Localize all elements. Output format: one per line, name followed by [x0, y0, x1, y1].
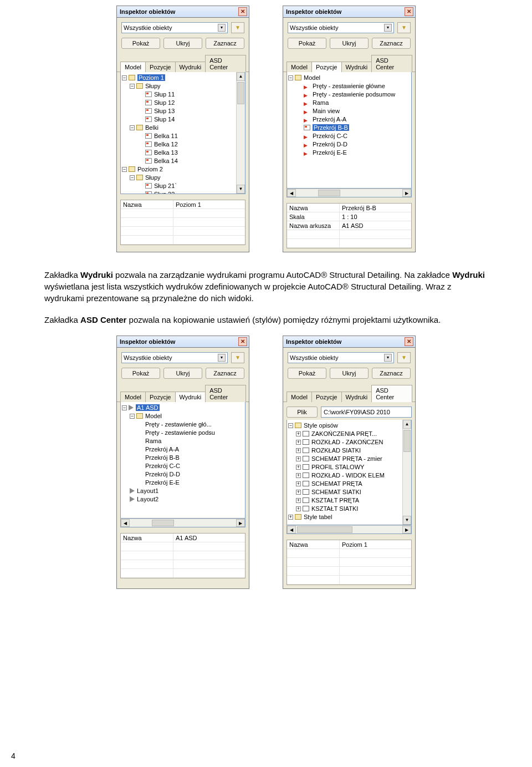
- select-button[interactable]: Zaznacz: [206, 38, 244, 49]
- tab-pozycje[interactable]: Pozycje: [311, 392, 342, 402]
- close-icon[interactable]: ✕: [238, 7, 247, 16]
- tree-node[interactable]: −Model: [288, 74, 410, 82]
- property-row[interactable]: [121, 569, 245, 578]
- tree-node[interactable]: Layout2: [122, 495, 244, 504]
- hide-button[interactable]: Ukryj: [163, 38, 202, 49]
- tree-node[interactable]: +ZAKOŃCZENIA PRĘT...: [288, 430, 410, 438]
- hide-button[interactable]: Ukryj: [163, 368, 202, 379]
- property-row[interactable]: [121, 542, 245, 551]
- scroll-thumb[interactable]: [403, 430, 411, 452]
- tree-node[interactable]: −A1 ASD: [122, 404, 244, 412]
- property-row[interactable]: [287, 239, 411, 248]
- property-row[interactable]: NazwaA1 ASD: [121, 534, 245, 542]
- tree-node[interactable]: Przekrój C-C: [288, 132, 410, 140]
- tree-node[interactable]: Słup 12: [122, 99, 244, 107]
- close-icon[interactable]: ✕: [405, 7, 413, 16]
- tree-view[interactable]: −ModelPręty - zestawienie głównePręty - …: [287, 72, 412, 189]
- tree-node[interactable]: +KSZTAŁT PRĘTA: [288, 496, 410, 505]
- property-row[interactable]: [287, 576, 411, 585]
- scrollbar-vertical[interactable]: ▲ ▼: [402, 420, 411, 525]
- scroll-left-icon[interactable]: ◀: [287, 189, 296, 197]
- filter-combo[interactable]: Wszystkie obiekty ▾: [288, 22, 394, 33]
- scroll-down-icon[interactable]: ▼: [403, 516, 411, 525]
- tree-node[interactable]: Przekrój B-B: [122, 454, 244, 462]
- tree-node[interactable]: Słup 21`: [122, 182, 244, 190]
- tree-node[interactable]: Main view: [288, 107, 410, 115]
- select-button[interactable]: Zaznacz: [372, 368, 411, 379]
- scroll-thumb[interactable]: [297, 526, 352, 533]
- tree-node[interactable]: Pręty - zestawienie podsu: [122, 429, 244, 437]
- scroll-up-icon[interactable]: ▲: [403, 420, 411, 429]
- tab-asd[interactable]: ASD Center: [205, 385, 246, 402]
- close-icon[interactable]: ✕: [405, 337, 413, 346]
- tab-asd[interactable]: ASD Center: [371, 55, 412, 72]
- tree-node[interactable]: Przekrój A-A: [288, 115, 410, 124]
- scroll-left-icon[interactable]: ◀: [287, 526, 296, 534]
- property-row[interactable]: Skala1 : 10: [287, 212, 411, 221]
- expand-toggle-icon[interactable]: +: [296, 465, 301, 470]
- expand-toggle-icon[interactable]: −: [288, 75, 293, 80]
- properties-grid[interactable]: NazwaPoziom 1: [287, 540, 412, 585]
- expand-toggle-icon[interactable]: +: [296, 506, 301, 511]
- property-row[interactable]: [121, 236, 245, 245]
- expand-toggle-icon[interactable]: −: [130, 84, 135, 89]
- tree-node[interactable]: Przekrój D-D: [122, 470, 244, 479]
- tree-node[interactable]: Słup 13: [122, 107, 244, 115]
- tab-wydruki[interactable]: Wydruki: [341, 392, 372, 402]
- tree-node[interactable]: +Style tabel: [288, 513, 410, 521]
- file-button[interactable]: Plik: [287, 407, 318, 418]
- expand-toggle-icon[interactable]: −: [122, 167, 127, 172]
- show-button[interactable]: Pokaż: [121, 38, 160, 49]
- tree-view[interactable]: −A1 ASD−ModelPręty - zestawienie głó...P…: [120, 402, 245, 519]
- tree-node[interactable]: +ROZKŁAD SIATKI: [288, 446, 410, 455]
- hide-button[interactable]: Ukryj: [330, 368, 369, 379]
- tree-node[interactable]: −Poziom 1: [122, 74, 244, 82]
- tree-node[interactable]: Przekrój D-D: [288, 140, 410, 149]
- expand-toggle-icon[interactable]: −: [130, 125, 135, 130]
- chevron-down-icon[interactable]: ▾: [384, 24, 392, 32]
- expand-toggle-icon[interactable]: +: [296, 498, 301, 503]
- tree-node[interactable]: Pręty - zestawienie główne: [288, 82, 410, 90]
- tree-node[interactable]: Rama: [288, 99, 410, 107]
- tree-view[interactable]: −Poziom 1−SłupySłup 11Słup 12Słup 13Słup…: [120, 72, 245, 194]
- property-row[interactable]: [287, 549, 411, 558]
- expand-toggle-icon[interactable]: +: [296, 490, 301, 495]
- tab-pozycje[interactable]: Pozycje: [311, 62, 342, 72]
- tab-wydruki[interactable]: Wydruki: [175, 62, 206, 72]
- filter-icon[interactable]: [231, 352, 244, 363]
- tab-wydruki[interactable]: Wydruki: [341, 62, 372, 72]
- tab-pozycje[interactable]: Pozycje: [145, 62, 176, 72]
- tree-node[interactable]: Przekrój E-E: [122, 479, 244, 487]
- tab-model[interactable]: Model: [120, 62, 146, 72]
- property-row[interactable]: [287, 230, 411, 239]
- tree-node[interactable]: +KSZTAŁT SIATKI: [288, 505, 410, 513]
- scrollbar-horizontal[interactable]: ◀ ▶: [120, 519, 245, 527]
- tree-node[interactable]: +ROZKŁAD - ZAKOŃCZEN: [288, 438, 410, 446]
- filter-combo[interactable]: Wszystkie obiekty ▾: [121, 22, 228, 33]
- property-row[interactable]: NazwaPrzekrój B-B: [287, 204, 411, 212]
- expand-toggle-icon[interactable]: −: [130, 414, 135, 419]
- tree-node[interactable]: +SCHEMAT SIATKI: [288, 488, 410, 496]
- property-row[interactable]: [121, 551, 245, 560]
- scrollbar-horizontal[interactable]: ◀ ▶: [287, 525, 412, 534]
- expand-toggle-icon[interactable]: +: [296, 481, 301, 486]
- property-row[interactable]: NazwaPoziom 1: [287, 540, 411, 549]
- tree-node[interactable]: Przekrój A-A: [122, 445, 244, 454]
- tab-pozycje[interactable]: Pozycje: [145, 392, 176, 402]
- tree-node[interactable]: −Belki: [122, 124, 244, 132]
- property-row[interactable]: [121, 209, 245, 218]
- show-button[interactable]: Pokaż: [288, 368, 326, 379]
- property-row[interactable]: [121, 227, 245, 236]
- tree-view[interactable]: −Style opisów+ZAKOŃCZENIA PRĘT...+ROZKŁA…: [287, 420, 412, 525]
- filter-combo[interactable]: Wszystkie obiekty ▾: [288, 352, 394, 363]
- filter-icon[interactable]: [397, 352, 411, 363]
- tree-node[interactable]: Przekrój B-B: [288, 124, 410, 132]
- tab-asd[interactable]: ASD Center: [371, 385, 412, 402]
- scroll-right-icon[interactable]: ▶: [236, 519, 245, 527]
- property-row[interactable]: Nazwa arkuszaA1 ASD: [287, 221, 411, 230]
- tab-model[interactable]: Model: [287, 62, 312, 72]
- hide-button[interactable]: Ukryj: [330, 38, 369, 49]
- expand-toggle-icon[interactable]: +: [296, 440, 301, 445]
- expand-toggle-icon[interactable]: +: [288, 515, 293, 520]
- scroll-right-icon[interactable]: ▶: [402, 526, 411, 534]
